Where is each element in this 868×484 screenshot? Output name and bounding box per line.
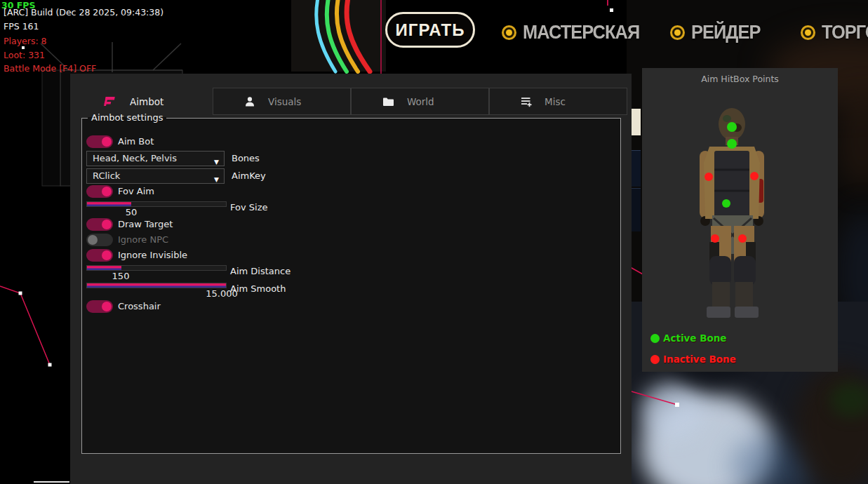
tab-aimbot[interactable]: Aimbot	[72, 88, 213, 115]
play-button[interactable]: ИГРАТЬ	[385, 12, 475, 48]
battle-mode-status: Battle Mode [F4] OFF	[4, 63, 96, 74]
draw-target-label: Draw Target	[118, 218, 173, 231]
cheat-menu-panel: Aimbot Visuals World Misc Aimbot setting…	[70, 74, 632, 484]
nav-item-workshop[interactable]: МАСТЕРСКАЯ	[502, 22, 647, 43]
inactive-bone-dot-icon	[650, 355, 660, 364]
rainbow-neon-sign	[284, 0, 389, 75]
aim-bot-toggle[interactable]	[86, 135, 113, 148]
aim-bot-label: Aim Bot	[118, 135, 154, 148]
bones-select[interactable]: Head, Neck, Pelvis ▼	[86, 151, 225, 166]
folder-icon	[382, 97, 394, 107]
ignore-npc-toggle[interactable]	[86, 234, 113, 246]
nav-item-raider[interactable]: РЕЙДЕР	[670, 22, 765, 43]
esp-node	[610, 8, 613, 12]
bones-label: Bones	[232, 153, 260, 163]
hitbox-point-right-hip	[738, 234, 747, 243]
draw-target-toggle[interactable]	[86, 218, 113, 231]
playlist-add-icon	[521, 96, 532, 107]
tab-visuals[interactable]: Visuals	[213, 88, 351, 115]
ignore-npc-label: Ignore NPC	[118, 234, 168, 246]
legend-label: Inactive Bone	[663, 354, 736, 365]
caret-down-icon: ▼	[214, 173, 219, 187]
aim-distance-slider-fill	[87, 266, 121, 270]
legend-inactive-bone: Inactive Bone	[650, 354, 736, 365]
aim-distance-slider[interactable]	[86, 265, 227, 271]
tab-label: Visuals	[268, 96, 301, 107]
esp-node	[48, 363, 52, 367]
aim-distance-label: Aim Distance	[230, 266, 291, 276]
ignore-invisible-label: Ignore Invisible	[118, 249, 187, 262]
hitbox-point-left-hip	[711, 234, 719, 243]
nav-item-label: ТОРГОВЛЯ	[822, 22, 868, 43]
nav-item-label: РЕЙДЕР	[691, 22, 760, 43]
tab-label: World	[407, 96, 434, 107]
pistol-icon	[104, 96, 116, 107]
hitbox-point-neck	[727, 139, 737, 149]
loot-count: Loot: 331	[4, 50, 45, 60]
esp-ground-line	[34, 481, 69, 483]
aim-distance-value: 150	[112, 271, 130, 281]
fov-aim-toggle[interactable]	[86, 185, 113, 198]
player-model-preview	[642, 68, 838, 372]
person-icon	[244, 96, 255, 107]
aimkey-label: AimKey	[232, 170, 266, 181]
aim-smooth-slider[interactable]	[86, 283, 227, 288]
coin-icon	[502, 25, 516, 40]
fov-size-slider[interactable]	[86, 201, 227, 207]
coin-icon	[801, 25, 815, 40]
hitbox-point-right-arm	[750, 172, 759, 180]
fov-size-slider-fill	[87, 202, 131, 206]
tab-world[interactable]: World	[351, 88, 489, 115]
caret-down-icon: ▼	[214, 155, 219, 169]
esp-tracer-line	[0, 286, 50, 365]
bones-select-value: Head, Neck, Pelvis	[93, 153, 177, 163]
aimkey-select-value: RClick	[93, 170, 120, 181]
legend-label: Active Bone	[663, 332, 727, 344]
players-count: Players: 8	[4, 36, 47, 46]
crosshair-label: Crosshair	[118, 300, 161, 313]
ignore-invisible-toggle[interactable]	[86, 249, 113, 262]
hitbox-point-pelvis	[722, 199, 730, 208]
esp-node	[19, 292, 22, 295]
aimkey-select[interactable]: RClick ▼	[86, 168, 225, 184]
legend-active-bone: Active Bone	[650, 332, 727, 344]
nav-item-trade[interactable]: ТОРГОВЛЯ	[801, 22, 868, 43]
fps-info: FPS 161	[4, 21, 39, 32]
hitbox-point-head	[727, 122, 737, 132]
active-bone-dot-icon	[650, 334, 660, 343]
aim-smooth-slider-fill	[87, 283, 226, 288]
group-title: Aimbot settings	[88, 112, 166, 123]
fov-aim-label: Fov Aim	[118, 185, 154, 198]
tab-label: Misc	[545, 96, 566, 107]
fov-size-label: Fov Size	[230, 202, 267, 213]
play-button-label: ИГРАТЬ	[396, 20, 465, 40]
aim-smooth-label: Aim Smooth	[230, 283, 286, 294]
aim-hitbox-panel: Aim HitBox Points	[642, 68, 838, 372]
tab-misc[interactable]: Misc	[489, 88, 627, 115]
tab-label: Aimbot	[130, 96, 163, 107]
crosshair-toggle[interactable]	[86, 300, 113, 313]
fov-size-value: 50	[126, 207, 138, 217]
hitbox-point-left-arm	[705, 173, 713, 181]
coin-icon	[670, 25, 685, 40]
build-info: [ARC] Build (Dec 28 2025, 09:43:38)	[4, 7, 163, 18]
nav-item-label: МАСТЕРСКАЯ	[523, 22, 639, 43]
